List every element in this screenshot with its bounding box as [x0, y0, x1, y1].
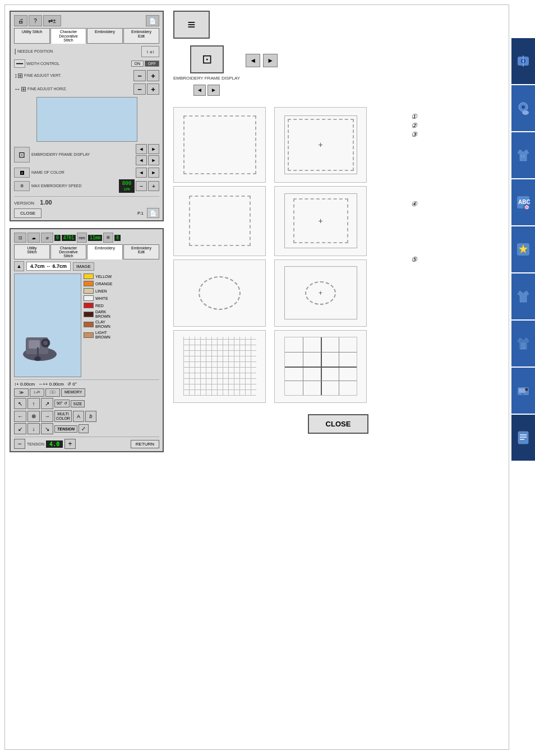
sidebar-tab-8[interactable]: [511, 368, 535, 414]
ms2-color-linen[interactable]: LINEN: [84, 288, 159, 294]
efd-main-left[interactable]: ◄: [193, 85, 206, 96]
tension-minus[interactable]: −: [14, 439, 25, 449]
doc-icon-button[interactable]: ≡: [173, 11, 210, 39]
ctrl-up[interactable]: ↑: [27, 398, 40, 409]
ms2-color-yellow[interactable]: YELLOW: [84, 273, 159, 279]
ms2-tab-embroidery[interactable]: Embroidery: [87, 244, 123, 259]
name-of-color-label: NAME OF COLOR: [31, 170, 64, 175]
efd-right-1[interactable]: ►: [148, 144, 159, 154]
machine-tab-icon: [515, 383, 531, 398]
screen1-close-button[interactable]: CLOSE: [14, 208, 41, 218]
svg-point-13: [522, 110, 529, 115]
tab-utility-stitch[interactable]: Utility Stitch: [14, 28, 50, 44]
sidebar-tab-3[interactable]: [511, 132, 535, 178]
ctrl-mirror[interactable]: ↕-/+: [30, 388, 44, 397]
efd-label-1: EMBROIDERY FRAME DISPLAY: [31, 152, 90, 157]
number-labels-container: ① ② ③ ④: [411, 113, 417, 263]
sidebar-tab-9[interactable]: [511, 415, 535, 461]
fine-horiz-minus[interactable]: −: [133, 84, 146, 95]
svg-point-4: [43, 341, 48, 345]
svg-rect-26: [522, 393, 523, 396]
main-left-arrow[interactable]: ◄: [246, 54, 260, 67]
tab-embroidery-edit[interactable]: EmbroideryEdit: [123, 28, 159, 44]
ctrl-down[interactable]: ↓: [27, 423, 40, 434]
page-icon: 📄: [147, 208, 159, 218]
efd-main-label: EMBROIDERY FRAME DISPLAY: [173, 76, 240, 81]
ctrl-right[interactable]: →: [41, 411, 53, 422]
ms2-tab-utility[interactable]: UtilityStitch: [14, 244, 50, 259]
sidebar-tab-7[interactable]: [511, 321, 535, 367]
ms2-color-white[interactable]: WHITE: [84, 295, 159, 301]
efd-right-1b[interactable]: ►: [148, 155, 159, 165]
fine-horiz-plus[interactable]: +: [147, 84, 159, 95]
ctrl-size[interactable]: SIZE: [71, 400, 85, 407]
sidebar-tab-4[interactable]: ABC 🌸: [511, 179, 535, 225]
ms2-color-dark-brown[interactable]: DARKBROWN: [84, 310, 159, 318]
sidebar-tab-6[interactable]: [511, 273, 535, 319]
ms2-tab-edit[interactable]: EmbroideryEdit: [123, 244, 159, 259]
tension-plus[interactable]: +: [64, 439, 76, 449]
ms2-tab-character[interactable]: CharacterDecorativeStitch: [50, 244, 86, 259]
frame-display-5-left: [173, 330, 266, 403]
efd-left-1[interactable]: ◄: [136, 144, 147, 154]
page-indicator: P.1 📄: [137, 208, 159, 218]
frame-display-4r: +: [274, 259, 367, 327]
ctrl-b[interactable]: b: [85, 411, 96, 422]
ctrl-duplicate[interactable]: □□: [45, 388, 60, 397]
color-left[interactable]: ◄: [136, 168, 147, 178]
needle-icon: ⁞: [14, 47, 16, 56]
ms2-color-light-brown[interactable]: LIGHTBROWN: [84, 331, 159, 339]
ctrl-upright[interactable]: ↗: [41, 398, 53, 409]
screen-display-1: [36, 97, 137, 142]
speed-icon: ⚙: [14, 181, 30, 191]
sidebar-tab-1[interactable]: [511, 38, 535, 84]
ctrl-fast-fwd[interactable]: ≫: [14, 388, 29, 397]
main-right-arrow[interactable]: ►: [263, 54, 278, 67]
tab-character-stitch[interactable]: CharacterDecorativeStitch: [50, 28, 86, 44]
machine-icon-1: 🖨: [14, 15, 27, 26]
ctrl-multicolor[interactable]: MULTICOLOR: [54, 410, 72, 422]
fine-vert-plus[interactable]: +: [147, 70, 159, 81]
return-button[interactable]: RETURN: [131, 440, 159, 448]
ctrl-upleft[interactable]: ↖: [14, 398, 26, 409]
ctrl-rotate[interactable]: 90° ↺: [54, 400, 70, 407]
ms2-up-icon: ▲: [14, 261, 24, 271]
ctrl-memory[interactable]: MEMORY: [61, 388, 85, 397]
ms2-color-clay-brown[interactable]: CLAYBROWN: [84, 320, 159, 328]
ctrl-density[interactable]: TENSION: [54, 425, 77, 433]
ms2-canvas: [14, 273, 81, 377]
ctrl-center[interactable]: ⊕: [27, 411, 40, 422]
ctrl-a[interactable]: A: [73, 411, 84, 422]
sidebar-tab-2[interactable]: [511, 85, 535, 131]
label-4: ④: [411, 200, 417, 208]
fine-vert-minus[interactable]: −: [133, 70, 146, 81]
label-1: ①: [411, 113, 417, 120]
tab-embroidery[interactable]: Embroidery: [87, 28, 123, 44]
off-button[interactable]: OFF: [145, 61, 159, 67]
ms2-val-3: 11mm: [88, 235, 102, 241]
ms2-color-orange[interactable]: ORANGE: [84, 281, 159, 286]
ms2-val-2: 4701: [62, 235, 76, 241]
bottom-close-button[interactable]: CLOSE: [308, 414, 369, 434]
sidebar-tab-5[interactable]: [511, 226, 535, 272]
frame-display-4-left: [173, 259, 266, 327]
right-sidebar: ABC 🌸: [511, 38, 535, 461]
speed-minus[interactable]: −: [136, 181, 147, 191]
color-name-icon: 🅰: [14, 168, 30, 178]
efd-main-right[interactable]: ►: [207, 85, 220, 96]
ms2-color-red[interactable]: RED: [84, 303, 159, 308]
ctrl-downright[interactable]: ↘: [41, 423, 53, 434]
efd-left-1b[interactable]: ◄: [136, 155, 147, 165]
ms2-icon-1: ⊡: [14, 233, 26, 243]
ms2-image-btn[interactable]: IMAGE: [73, 262, 94, 271]
coord-angle: ↺ 0°: [67, 382, 77, 387]
ctrl-left[interactable]: ←: [14, 411, 26, 422]
on-button[interactable]: ON: [131, 61, 144, 67]
ctrl-downleft[interactable]: ↙: [14, 423, 26, 434]
ctrl-extra[interactable]: ⤢: [79, 424, 89, 433]
ms2-icon-2: ☁: [27, 233, 40, 243]
color-right[interactable]: ►: [148, 168, 159, 178]
version-value: 1.00: [40, 199, 52, 206]
speed-plus[interactable]: +: [148, 181, 159, 191]
coord-x: ↕+ 0.00cm: [14, 382, 35, 387]
